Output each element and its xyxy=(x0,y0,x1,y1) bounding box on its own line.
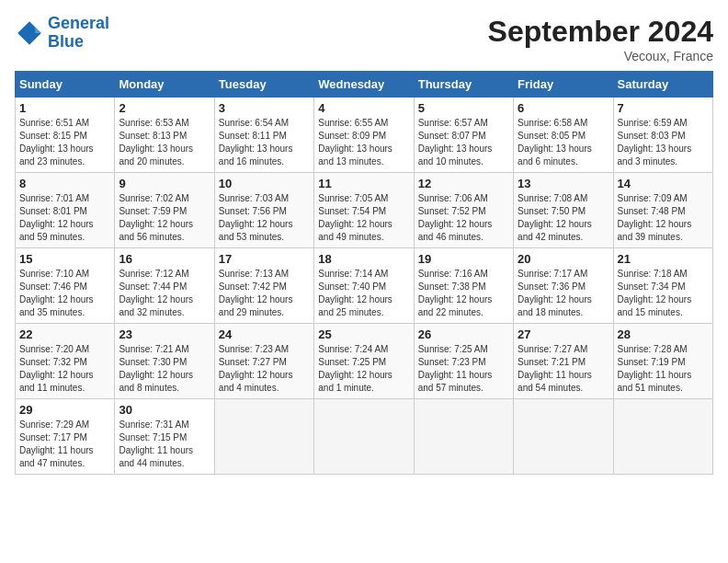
day-number: 1 xyxy=(19,101,110,115)
day-info: Sunrise: 7:14 AM Sunset: 7:40 PM Dayligh… xyxy=(318,268,409,319)
day-info: Sunrise: 7:05 AM Sunset: 7:54 PM Dayligh… xyxy=(318,192,409,244)
calendar-cell: 1 Sunrise: 6:51 AM Sunset: 8:15 PM Dayli… xyxy=(16,98,115,173)
day-number: 18 xyxy=(318,252,409,266)
calendar-cell: 17 Sunrise: 7:13 AM Sunset: 7:42 PM Dayl… xyxy=(214,248,313,324)
header-row: SundayMondayTuesdayWednesdayThursdayFrid… xyxy=(16,72,713,98)
day-info: Sunrise: 7:17 AM Sunset: 7:36 PM Dayligh… xyxy=(518,268,609,319)
day-info: Sunrise: 7:28 AM Sunset: 7:19 PM Dayligh… xyxy=(618,343,709,395)
calendar-cell: 4 Sunrise: 6:55 AM Sunset: 8:09 PM Dayli… xyxy=(314,98,414,173)
day-info: Sunrise: 7:31 AM Sunset: 7:15 PM Dayligh… xyxy=(119,419,210,470)
header-cell-wednesday: Wednesday xyxy=(314,72,414,98)
day-info: Sunrise: 6:53 AM Sunset: 8:13 PM Dayligh… xyxy=(119,117,210,168)
day-info: Sunrise: 7:03 AM Sunset: 7:56 PM Dayligh… xyxy=(219,192,310,244)
month-title: September 2024 xyxy=(488,15,713,49)
logo-general: General xyxy=(48,14,109,32)
logo-text: General Blue xyxy=(48,15,109,52)
calendar-cell: 29 Sunrise: 7:29 AM Sunset: 7:17 PM Dayl… xyxy=(16,399,115,475)
calendar-cell: 14 Sunrise: 7:09 AM Sunset: 7:48 PM Dayl… xyxy=(613,173,712,248)
location: Vecoux, France xyxy=(488,49,713,63)
day-info: Sunrise: 7:24 AM Sunset: 7:25 PM Dayligh… xyxy=(318,343,409,395)
day-number: 16 xyxy=(119,252,210,266)
day-number: 9 xyxy=(119,177,210,190)
calendar-cell: 5 Sunrise: 6:57 AM Sunset: 8:07 PM Dayli… xyxy=(414,98,513,173)
calendar-cell: 19 Sunrise: 7:16 AM Sunset: 7:38 PM Dayl… xyxy=(414,248,513,324)
day-number: 11 xyxy=(318,177,409,190)
calendar-cell: 15 Sunrise: 7:10 AM Sunset: 7:46 PM Dayl… xyxy=(16,248,115,324)
day-info: Sunrise: 7:25 AM Sunset: 7:23 PM Dayligh… xyxy=(418,343,509,395)
day-info: Sunrise: 7:20 AM Sunset: 7:32 PM Dayligh… xyxy=(19,343,110,395)
day-info: Sunrise: 6:57 AM Sunset: 8:07 PM Dayligh… xyxy=(418,117,509,168)
calendar-cell: 25 Sunrise: 7:24 AM Sunset: 7:25 PM Dayl… xyxy=(314,324,414,399)
calendar-cell: 22 Sunrise: 7:20 AM Sunset: 7:32 PM Dayl… xyxy=(16,324,115,399)
day-info: Sunrise: 7:18 AM Sunset: 7:34 PM Dayligh… xyxy=(618,268,709,319)
day-info: Sunrise: 6:51 AM Sunset: 8:15 PM Dayligh… xyxy=(19,117,110,168)
day-number: 2 xyxy=(119,101,210,115)
calendar-cell: 6 Sunrise: 6:58 AM Sunset: 8:05 PM Dayli… xyxy=(514,98,613,173)
logo-icon xyxy=(15,18,44,48)
calendar-cell: 2 Sunrise: 6:53 AM Sunset: 8:13 PM Dayli… xyxy=(115,98,214,173)
calendar-cell: 23 Sunrise: 7:21 AM Sunset: 7:30 PM Dayl… xyxy=(115,324,214,399)
day-number: 7 xyxy=(618,101,709,115)
day-number: 23 xyxy=(119,327,210,341)
day-number: 27 xyxy=(518,327,609,341)
calendar-cell xyxy=(514,399,613,475)
day-info: Sunrise: 6:58 AM Sunset: 8:05 PM Dayligh… xyxy=(518,117,609,168)
day-info: Sunrise: 6:54 AM Sunset: 8:11 PM Dayligh… xyxy=(219,117,310,168)
header-cell-saturday: Saturday xyxy=(613,72,712,98)
day-info: Sunrise: 7:23 AM Sunset: 7:27 PM Dayligh… xyxy=(219,343,310,395)
day-number: 30 xyxy=(119,403,210,417)
calendar-cell: 18 Sunrise: 7:14 AM Sunset: 7:40 PM Dayl… xyxy=(314,248,414,324)
day-info: Sunrise: 7:21 AM Sunset: 7:30 PM Dayligh… xyxy=(119,343,210,395)
header-cell-monday: Monday xyxy=(115,72,214,98)
day-number: 24 xyxy=(219,327,310,341)
day-number: 5 xyxy=(418,101,509,115)
day-info: Sunrise: 7:27 AM Sunset: 7:21 PM Dayligh… xyxy=(518,343,609,395)
header-cell-thursday: Thursday xyxy=(414,72,513,98)
day-number: 21 xyxy=(618,252,709,266)
calendar-cell: 21 Sunrise: 7:18 AM Sunset: 7:34 PM Dayl… xyxy=(613,248,712,324)
calendar-cell xyxy=(414,399,513,475)
day-info: Sunrise: 7:13 AM Sunset: 7:42 PM Dayligh… xyxy=(219,268,310,319)
day-info: Sunrise: 7:12 AM Sunset: 7:44 PM Dayligh… xyxy=(119,268,210,319)
calendar-cell: 16 Sunrise: 7:12 AM Sunset: 7:44 PM Dayl… xyxy=(115,248,214,324)
calendar-cell: 8 Sunrise: 7:01 AM Sunset: 8:01 PM Dayli… xyxy=(16,173,115,248)
header: General Blue September 2024 Vecoux, Fran… xyxy=(15,15,713,63)
header-cell-friday: Friday xyxy=(514,72,613,98)
day-number: 26 xyxy=(418,327,509,341)
day-number: 15 xyxy=(19,252,110,266)
day-number: 6 xyxy=(518,101,609,115)
day-info: Sunrise: 7:08 AM Sunset: 7:50 PM Dayligh… xyxy=(518,192,609,244)
day-number: 20 xyxy=(518,252,609,266)
day-info: Sunrise: 7:10 AM Sunset: 7:46 PM Dayligh… xyxy=(19,268,110,319)
calendar-cell: 11 Sunrise: 7:05 AM Sunset: 7:54 PM Dayl… xyxy=(314,173,414,248)
header-cell-sunday: Sunday xyxy=(16,72,115,98)
day-info: Sunrise: 6:59 AM Sunset: 8:03 PM Dayligh… xyxy=(618,117,709,168)
calendar-cell xyxy=(613,399,712,475)
day-info: Sunrise: 6:55 AM Sunset: 8:09 PM Dayligh… xyxy=(318,117,409,168)
header-cell-tuesday: Tuesday xyxy=(214,72,313,98)
calendar-week-2: 8 Sunrise: 7:01 AM Sunset: 8:01 PM Dayli… xyxy=(16,173,713,248)
calendar-cell xyxy=(314,399,414,475)
day-number: 10 xyxy=(219,177,310,190)
calendar-cell xyxy=(214,399,313,475)
calendar-cell: 26 Sunrise: 7:25 AM Sunset: 7:23 PM Dayl… xyxy=(414,324,513,399)
calendar-cell: 10 Sunrise: 7:03 AM Sunset: 7:56 PM Dayl… xyxy=(214,173,313,248)
logo-blue: Blue xyxy=(48,33,109,52)
day-info: Sunrise: 7:16 AM Sunset: 7:38 PM Dayligh… xyxy=(418,268,509,319)
calendar-cell: 30 Sunrise: 7:31 AM Sunset: 7:15 PM Dayl… xyxy=(115,399,214,475)
title-section: September 2024 Vecoux, France xyxy=(488,15,713,63)
day-number: 8 xyxy=(19,177,110,190)
day-number: 17 xyxy=(219,252,310,266)
calendar-week-1: 1 Sunrise: 6:51 AM Sunset: 8:15 PM Dayli… xyxy=(16,98,713,173)
day-number: 19 xyxy=(418,252,509,266)
calendar-cell: 20 Sunrise: 7:17 AM Sunset: 7:36 PM Dayl… xyxy=(514,248,613,324)
day-number: 14 xyxy=(618,177,709,190)
day-number: 12 xyxy=(418,177,509,190)
day-number: 22 xyxy=(19,327,110,341)
day-info: Sunrise: 7:06 AM Sunset: 7:52 PM Dayligh… xyxy=(418,192,509,244)
day-info: Sunrise: 7:02 AM Sunset: 7:59 PM Dayligh… xyxy=(119,192,210,244)
calendar-cell: 12 Sunrise: 7:06 AM Sunset: 7:52 PM Dayl… xyxy=(414,173,513,248)
calendar-week-4: 22 Sunrise: 7:20 AM Sunset: 7:32 PM Dayl… xyxy=(16,324,713,399)
calendar-cell: 27 Sunrise: 7:27 AM Sunset: 7:21 PM Dayl… xyxy=(514,324,613,399)
day-number: 28 xyxy=(618,327,709,341)
